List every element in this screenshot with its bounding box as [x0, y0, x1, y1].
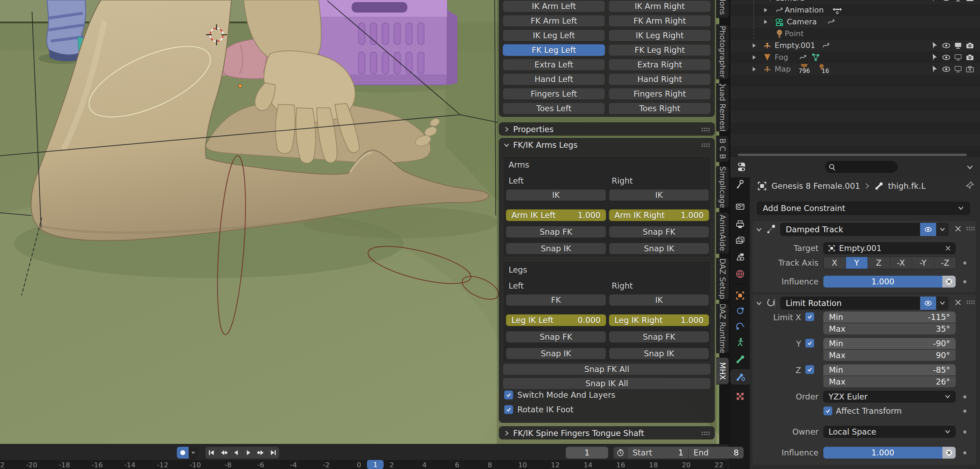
animate-dot[interactable] [963, 395, 966, 398]
animate-dot[interactable] [963, 410, 966, 413]
expand-arrow-icon[interactable] [763, 7, 768, 13]
limit-y-max-field[interactable]: Max 90° [823, 350, 956, 361]
snap-fk-leg-right-button[interactable]: Snap FK [609, 331, 709, 343]
disable-render-icon[interactable] [966, 53, 974, 62]
tab-render[interactable] [735, 201, 746, 212]
owner-dropdown[interactable]: Local Space [823, 426, 956, 438]
layer-button[interactable]: Toes Right [609, 103, 711, 114]
tab-bone[interactable] [735, 354, 746, 365]
disable-render-icon[interactable] [966, 41, 974, 50]
clear-keyframe-button[interactable] [942, 447, 956, 459]
end-frame-field[interactable]: End 8 [689, 447, 744, 459]
chevron-down-icon[interactable] [756, 227, 762, 233]
playhead-current-frame-badge[interactable]: 1 [367, 460, 383, 469]
panel-spine-collapsed[interactable]: FK/IK Spine Fingers Tongue Shaft [499, 426, 715, 439]
tab-scene[interactable] [735, 252, 746, 263]
outliner-row-point-light[interactable]: Point [730, 28, 980, 40]
clear-x-icon[interactable] [945, 245, 951, 251]
tab-object-constraints[interactable] [735, 320, 746, 332]
select-cursor-icon[interactable] [930, 41, 939, 50]
snap-ik-leg-left-button[interactable]: Snap IK [506, 348, 606, 360]
layer-button[interactable]: IK Leg Right [609, 30, 711, 41]
tab-texture[interactable] [735, 391, 746, 402]
constraint-enable-eye-button[interactable] [920, 296, 936, 310]
expand-arrow-icon[interactable] [751, 43, 757, 48]
layer-button[interactable]: FK Arm Right [609, 15, 711, 27]
breadcrumb-bone[interactable]: thigh.fk.L [888, 182, 926, 190]
hide-eye-icon[interactable] [942, 65, 951, 74]
order-dropdown[interactable]: YZX Euler [823, 391, 956, 402]
jump-to-end-button[interactable] [267, 447, 280, 459]
disable-viewport-icon[interactable] [953, 53, 963, 62]
limit-y-checkbox[interactable] [805, 339, 814, 348]
layer-button[interactable]: FK Leg Right [609, 44, 711, 56]
panel-properties-collapsed[interactable]: Properties [499, 122, 715, 136]
start-frame-field[interactable]: Start 1 [628, 447, 689, 459]
clear-keyframe-button[interactable] [942, 276, 956, 287]
constraint-enable-eye-button[interactable] [920, 223, 936, 236]
snap-ik-arm-left-button[interactable]: Snap IK [506, 242, 606, 255]
outliner-row-fog[interactable]: Fog [730, 51, 980, 63]
limit-z-min-field[interactable]: Min -85° [823, 364, 956, 376]
breadcrumb-object[interactable]: Genesis 8 Female.001 [772, 182, 860, 190]
constraint-extras-button[interactable] [936, 223, 949, 236]
layer-button-fk-leg-left[interactable]: FK Leg Left [503, 44, 605, 56]
layer-button[interactable]: IK Arm Right [609, 0, 711, 12]
axis-x-button[interactable]: X [824, 257, 846, 269]
outliner-row-camera-parent[interactable]: Camera [730, 0, 980, 4]
leg-ik-right-slider[interactable]: Leg IK Right 1.000 [609, 314, 709, 326]
limit-x-checkbox[interactable] [805, 312, 814, 321]
drag-handle-icon[interactable] [701, 143, 710, 147]
layer-button[interactable]: Toes Left [503, 103, 605, 114]
outliner-horizontal-scrollbar[interactable] [738, 154, 967, 156]
tab-photographer[interactable]: Photographer [716, 24, 729, 79]
disable-viewport-icon[interactable] [953, 41, 963, 50]
disable-viewport-icon[interactable] [953, 0, 963, 3]
tab-addons[interactable]: ddons [716, 0, 729, 18]
affect-transform-checkbox[interactable] [823, 406, 832, 415]
disable-render-x-icon[interactable] [966, 65, 974, 74]
tab-mhx-active[interactable]: MHX [716, 357, 729, 385]
expand-arrow-icon[interactable] [751, 67, 757, 72]
limit-z-max-field[interactable]: Max 26° [823, 376, 956, 387]
limit-x-min-field[interactable]: Min -115° [823, 312, 956, 323]
layer-button[interactable]: Hand Left [503, 73, 605, 85]
jump-to-start-button[interactable] [205, 447, 218, 459]
select-cursor-icon[interactable] [930, 65, 939, 74]
disable-render-icon[interactable] [966, 0, 974, 3]
play-button[interactable] [243, 447, 255, 459]
checkbox-checked[interactable] [504, 405, 513, 414]
tab-bone-constraint-active[interactable] [735, 371, 746, 382]
target-field[interactable]: Empty.001 [823, 242, 956, 254]
auto-keying-record-button[interactable] [177, 447, 189, 459]
editor-type-button[interactable] [737, 160, 748, 174]
limit-z-checkbox[interactable] [805, 365, 814, 374]
drag-handle-icon[interactable] [701, 127, 710, 132]
axis-y-button-active[interactable]: Y [846, 257, 868, 269]
disable-viewport-icon[interactable] [953, 65, 963, 74]
layer-button[interactable]: Extra Left [503, 59, 605, 71]
animate-dot[interactable] [963, 451, 966, 455]
delete-constraint-x-icon[interactable] [954, 225, 962, 233]
tab-object-data[interactable] [735, 336, 746, 348]
current-frame-field[interactable]: 1 [566, 447, 608, 459]
layer-button[interactable]: Extra Right [609, 59, 711, 71]
limit-y-min-field[interactable]: Min -90° [823, 338, 956, 349]
layer-button[interactable]: Fingers Right [609, 88, 711, 100]
tab-object[interactable] [735, 290, 746, 301]
drag-handle-icon[interactable] [701, 431, 710, 436]
expand-arrow-icon[interactable] [751, 55, 757, 60]
checkbox-checked[interactable] [504, 390, 513, 399]
outliner-row-map[interactable]: Map 796 16 [730, 63, 980, 75]
arm-ik-right-slider[interactable]: Arm IK Right 1.000 [609, 209, 709, 221]
tab-daz-runtime[interactable]: DAZ Runtime [716, 304, 729, 353]
tab-output[interactable] [735, 219, 746, 230]
drag-handle-icon[interactable] [966, 300, 975, 304]
drag-handle-icon[interactable] [966, 227, 975, 231]
leg-mode-left-button[interactable]: FK [506, 294, 606, 306]
frame-ruler[interactable]: -22 -20 -18 -16 -14 -12 -10 -8 -6 -4 -2 … [0, 460, 728, 469]
tab-simplicage[interactable]: Simplicage [716, 166, 729, 208]
play-reverse-button[interactable] [230, 447, 243, 459]
snap-fk-all-button[interactable]: Snap FK All [503, 363, 711, 375]
expand-arrow-icon[interactable] [763, 19, 768, 25]
